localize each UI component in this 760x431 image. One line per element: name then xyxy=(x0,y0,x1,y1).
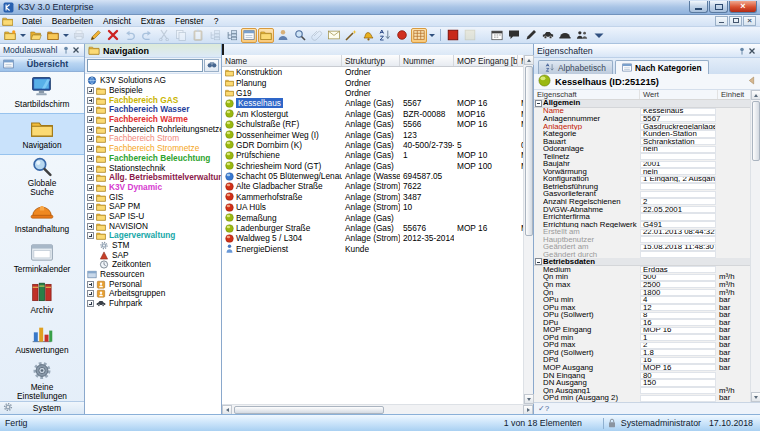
tree-item-sap-pm[interactable]: SAP PM xyxy=(87,202,221,212)
calendar-button[interactable] xyxy=(489,28,505,43)
table-row-bema-ung[interactable]: BemaßungAnlage (Gas) xyxy=(222,212,523,222)
property-value[interactable]: 2500 xyxy=(640,281,716,288)
tree-item-arbeitsgruppen[interactable]: Arbeitsgruppen xyxy=(87,289,221,299)
menu-item-extras[interactable]: Extras xyxy=(136,15,170,27)
column-header-nummer[interactable]: Nummer xyxy=(400,55,454,66)
tree-expander-icon[interactable] xyxy=(87,213,94,220)
property-row-betriebsf-hrung[interactable]: Betriebsführung xyxy=(534,183,750,191)
sidebar-item-meine-einstellungen[interactable]: Meine Einstellungen xyxy=(0,359,84,401)
table-row-kammerhofstra-e[interactable]: KammerhofstraßeAnlage (Strom)3487 xyxy=(222,192,523,202)
property-row-erstellt-am[interactable]: Erstellt am22.01.2013 08:44:32 xyxy=(534,228,750,236)
property-value[interactable]: MOP 16 xyxy=(640,327,716,334)
edit-button[interactable] xyxy=(88,28,104,43)
property-value[interactable]: nein xyxy=(640,168,716,175)
tree-search-button[interactable] xyxy=(204,59,219,72)
tree-item-sap[interactable]: SAP xyxy=(87,250,221,260)
table-row-schulstra-e-rf[interactable]: Schulstraße (RF)Anlage (Gas)5566MOP 16MO… xyxy=(222,119,523,129)
record-button[interactable] xyxy=(394,28,410,43)
property-row-anlagennummer[interactable]: Anlagennummer5567 xyxy=(534,115,750,123)
property-value[interactable]: Erdgas xyxy=(640,266,716,273)
property-value[interactable]: 12 xyxy=(640,304,716,311)
property-value[interactable] xyxy=(640,183,716,190)
tree-expander-icon[interactable] xyxy=(87,87,94,94)
sidebar-item-instandhaltung[interactable]: Instandhaltung xyxy=(0,197,84,238)
tree-expander-icon[interactable] xyxy=(87,203,94,210)
property-value[interactable]: 8 xyxy=(640,312,716,319)
sidebar-item-uebersicht[interactable]: Übersicht xyxy=(0,57,84,72)
table-horizontal-scrollbar[interactable] xyxy=(222,404,533,414)
tree-expander-icon[interactable] xyxy=(87,232,94,239)
mdi-restore-button[interactable] xyxy=(729,16,742,26)
collapse-panel-button[interactable] xyxy=(746,76,756,88)
table-row-konstruktion[interactable]: KonstruktionOrdner xyxy=(222,67,523,77)
sidebar-item-globale-suche[interactable]: Globale Suche xyxy=(0,155,84,197)
property-value[interactable]: Gasdruckregelanlage xyxy=(640,123,716,130)
property-row-dvgw-abnahme[interactable]: DVGW-Abnahme22.05.2001 xyxy=(534,206,750,214)
property-value[interactable]: 22.05.2001 xyxy=(640,206,716,213)
maximize-button[interactable] xyxy=(709,1,728,13)
tab-alphabetisch[interactable]: Alphabetisch xyxy=(538,60,613,74)
property-row-errichterfirma[interactable]: Errichterfirma xyxy=(534,213,750,221)
table-row-dossenheimer-weg-i[interactable]: Dossenheimer Weg (I)Anlage (Gas)123 xyxy=(222,129,523,139)
table-row-energiedienst[interactable]: EnergieDienstKunde xyxy=(222,244,523,254)
property-row-vorw-rmung[interactable]: Vorwärmungnein xyxy=(534,168,750,176)
show-folder-pane-toggle[interactable] xyxy=(258,28,274,43)
column-header-mop-eingang-bar[interactable]: MOP Eingang [bar] xyxy=(454,55,518,66)
tree-expander-icon[interactable] xyxy=(87,281,94,288)
property-value[interactable] xyxy=(640,191,716,198)
tree-expander-icon[interactable] xyxy=(87,135,94,142)
toolbar-overflow-button[interactable] xyxy=(591,28,607,43)
tree-item-beispiele[interactable]: Beispiele xyxy=(87,86,221,96)
property-row-medium[interactable]: MediumErdgas xyxy=(534,266,750,274)
property-value[interactable] xyxy=(640,153,716,160)
sort-button[interactable] xyxy=(377,28,393,43)
tree-expander-icon[interactable] xyxy=(87,106,94,113)
property-row-anzahl-regelschienen[interactable]: Anzahl Regelschienen2 xyxy=(534,198,750,206)
property-value[interactable]: 15.08.2018 11:48:30 xyxy=(640,244,716,251)
sidebar-item-startbildschirm[interactable]: Startbildschirm xyxy=(0,72,84,113)
mdi-close-button[interactable]: × xyxy=(743,16,756,26)
property-row-opd-min[interactable]: OPd min1bar xyxy=(534,334,750,342)
persons-button[interactable] xyxy=(574,28,590,43)
property-row-dpd[interactable]: DPd16bar xyxy=(534,357,750,365)
tree-expander-icon[interactable] xyxy=(87,184,94,191)
favorites-button[interactable] xyxy=(45,28,61,43)
property-value[interactable] xyxy=(640,251,716,258)
grid-view-toggle-dropdown[interactable] xyxy=(429,34,435,37)
property-value[interactable]: 5567 xyxy=(640,115,716,122)
menu-item-fenster[interactable]: Fenster xyxy=(170,15,209,27)
tree-item-lagerverwaltung[interactable]: Lagerverwaltung xyxy=(87,231,221,241)
property-value[interactable]: nein xyxy=(640,146,716,153)
property-value[interactable]: 4 xyxy=(640,296,716,303)
property-row-opu-sollwert[interactable]: OPu (Sollwert)8bar xyxy=(534,311,750,319)
tree-item-fachbereich-w-rme[interactable]: Fachbereich Wärme xyxy=(87,115,221,125)
close-icon[interactable] xyxy=(71,45,81,55)
property-row-dn-eingang[interactable]: DN Eingang80 xyxy=(534,372,750,380)
category-expander[interactable] xyxy=(534,100,543,107)
property-value[interactable]: 80 xyxy=(640,372,716,379)
property-row-opu-min[interactable]: OPu min4bar xyxy=(534,296,750,304)
property-value[interactable] xyxy=(640,395,716,402)
property-row-errichtung-nach-regelwerk[interactable]: Errichtung nach RegelwerkG491 xyxy=(534,221,750,229)
property-row-dn-ausgang[interactable]: DN Ausgang150 xyxy=(534,379,750,387)
tree-item-stm[interactable]: STM xyxy=(87,241,221,251)
tree-expander-icon[interactable] xyxy=(87,194,94,201)
property-value[interactable]: 150 xyxy=(640,379,716,386)
property-value[interactable]: 16 xyxy=(640,319,716,326)
search-button[interactable] xyxy=(292,28,308,43)
tree-search-input[interactable] xyxy=(87,59,203,72)
table-row-schriesheim-nord-gt[interactable]: Schriesheim Nord (GT)Anlage (Gas)MOP 100… xyxy=(222,161,523,171)
stop-button[interactable] xyxy=(445,28,461,43)
property-row-name[interactable]: NameKesselhaus xyxy=(534,108,750,116)
properties-vertical-scrollbar[interactable] xyxy=(750,90,760,402)
tree-item-fachbereich-beleuchtung[interactable]: Fachbereich Beleuchtung xyxy=(87,154,221,164)
table-row-schacht-05-bl-tenweg-lenaustra-e[interactable]: Schacht 05 Blütenweg/LenaustraßeAnlage (… xyxy=(222,171,523,181)
grid-view-toggle[interactable] xyxy=(411,28,427,43)
property-value[interactable]: 2001 xyxy=(640,161,716,168)
property-row-baujahr[interactable]: Baujahr2001 xyxy=(534,160,750,168)
sidebar-item-navigation[interactable]: Navigation xyxy=(0,113,84,156)
tree-expander-icon[interactable] xyxy=(87,223,94,230)
close-icon[interactable] xyxy=(747,46,757,56)
property-row-dpu[interactable]: DPu16bar xyxy=(534,319,750,327)
sidebar-item-system[interactable]: System xyxy=(0,401,84,414)
